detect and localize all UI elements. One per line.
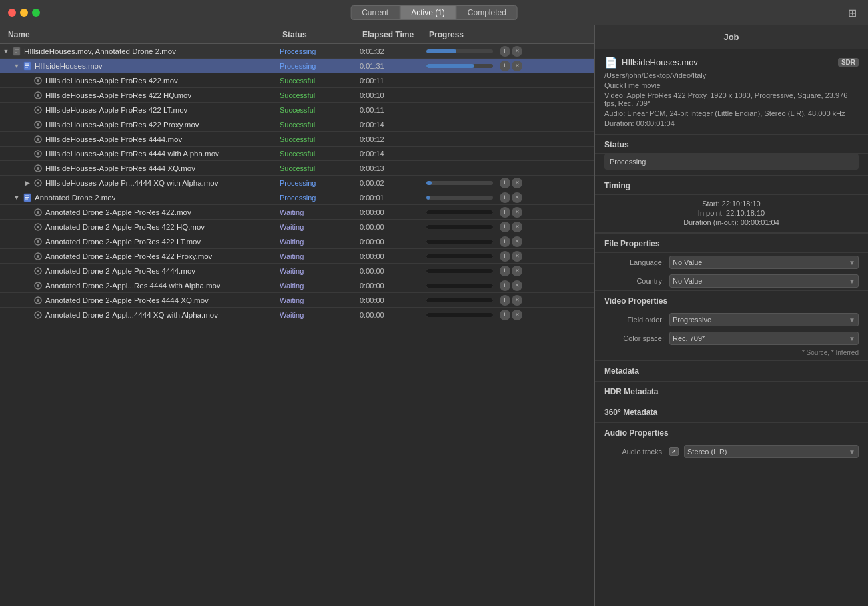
pause-button[interactable]: ⏸ <box>500 222 510 232</box>
color-space-select[interactable]: Rec. 709* ▼ <box>669 332 859 345</box>
row-status-cell: Successful <box>280 91 360 99</box>
pause-button[interactable]: ⏸ <box>500 310 510 320</box>
job-file-icon-name: 📄 HIllsideHouses.mov <box>604 56 698 69</box>
table-row[interactable]: HIllsideHouses-Apple ProRes 422 Proxy.mo… <box>0 117 594 132</box>
table-row[interactable]: Annotated Drone 2-Apple ProRes 422 Proxy… <box>0 249 594 264</box>
stop-button[interactable]: ✕ <box>512 61 522 71</box>
stop-button[interactable]: ✕ <box>512 251 522 262</box>
pause-button[interactable]: ⏸ <box>500 178 510 188</box>
expand-icon[interactable]: ▶ <box>24 180 31 186</box>
traffic-lights <box>8 9 40 17</box>
pause-button[interactable]: ⏸ <box>500 46 510 57</box>
row-actions: ⏸✕ <box>500 178 522 188</box>
table-row[interactable]: HIllsideHouses-Apple ProRes 422.movSucce… <box>0 73 594 88</box>
svg-point-17 <box>37 138 39 141</box>
table-row[interactable]: HIllsideHouses-Apple ProRes 4444 with Al… <box>0 147 594 161</box>
table-row[interactable]: Annotated Drone 2-Apple ProRes 4444.movW… <box>0 264 594 278</box>
pause-button[interactable]: ⏸ <box>500 266 510 276</box>
pause-button[interactable]: ⏸ <box>500 207 510 218</box>
table-row[interactable]: HIllsideHouses-Apple ProRes 422 HQ.movSu… <box>0 88 594 103</box>
job-file-info: 📄 HIllsideHouses.mov SDR /Users/john/Des… <box>595 49 868 135</box>
table-row[interactable]: Annotated Drone 2-Appl...4444 XQ with Al… <box>0 308 594 322</box>
table-row[interactable]: ▼HIllsideHouses.movProcessing0:01:31⏸✕ <box>0 59 594 73</box>
audio-tracks-checkbox[interactable] <box>669 447 679 456</box>
file-icon <box>33 237 43 246</box>
row-elapsed-cell: 0:00:01 <box>360 194 426 202</box>
job-list-panel: Name Status Elapsed Time Progress ▼HIlls… <box>0 25 595 606</box>
row-status-cell: Waiting <box>280 223 360 231</box>
file-icon <box>33 281 43 290</box>
pause-button[interactable]: ⏸ <box>500 236 510 247</box>
pause-button[interactable]: ⏸ <box>500 280 510 291</box>
stop-button[interactable]: ✕ <box>512 46 522 57</box>
pause-button[interactable]: ⏸ <box>500 295 510 306</box>
job-file-type: QuickTime movie <box>604 81 859 89</box>
row-elapsed-cell: 0:00:00 <box>360 311 426 319</box>
row-status-cell: Successful <box>280 77 360 85</box>
stop-button[interactable]: ✕ <box>512 295 522 306</box>
inferred-note: * Source, * Inferred <box>595 348 868 360</box>
stop-button[interactable]: ✕ <box>512 207 522 218</box>
tab-current[interactable]: Current <box>350 5 400 20</box>
close-button[interactable] <box>8 9 16 17</box>
stop-button[interactable]: ✕ <box>512 266 522 276</box>
table-row[interactable]: HIllsideHouses-Apple ProRes 422 LT.movSu… <box>0 103 594 117</box>
table-row[interactable]: ▶HIllsideHouses-Apple Pr...4444 XQ with … <box>0 176 594 190</box>
table-row[interactable]: ▼Annotated Drone 2.movProcessing0:00:01⏸… <box>0 190 594 205</box>
settings-icon[interactable]: ⊞ <box>844 5 860 21</box>
row-progress-cell: ⏸✕ <box>426 222 594 232</box>
tab-active[interactable]: Active (1) <box>400 5 456 20</box>
row-name-cell: ▼HIllsideHouses.mov <box>0 61 280 71</box>
expand-icon[interactable]: ▼ <box>13 194 20 201</box>
svg-rect-0 <box>13 47 20 55</box>
row-name-cell: Annotated Drone 2-Apple ProRes 422.mov <box>0 208 280 217</box>
stop-button[interactable]: ✕ <box>512 280 522 291</box>
pause-button[interactable]: ⏸ <box>500 251 510 262</box>
table-row[interactable]: Annotated Drone 2-Appl...Res 4444 with A… <box>0 278 594 293</box>
progress-bar-container <box>426 210 493 214</box>
row-elapsed-cell: 0:00:14 <box>360 121 426 129</box>
table-row[interactable]: HIllsideHouses-Apple ProRes 4444 XQ.movS… <box>0 161 594 176</box>
file-icon <box>33 105 43 115</box>
stop-button[interactable]: ✕ <box>512 222 522 232</box>
stop-button[interactable]: ✕ <box>512 310 522 320</box>
table-row[interactable]: Annotated Drone 2-Apple ProRes 422.movWa… <box>0 205 594 220</box>
row-name-cell: ▼Annotated Drone 2.mov <box>0 193 280 202</box>
row-status-cell: Successful <box>280 106 360 114</box>
stop-button[interactable]: ✕ <box>512 192 522 203</box>
status-section-header: Status <box>595 135 868 154</box>
country-select[interactable]: No Value ▼ <box>669 274 859 288</box>
progress-bar-container <box>426 240 493 244</box>
timing-start: Start: 22:10:18:10 <box>604 199 859 208</box>
hdr-metadata-row[interactable]: HDR Metadata <box>595 382 868 402</box>
file-icon <box>33 266 43 276</box>
minimize-button[interactable] <box>20 9 28 17</box>
table-row[interactable]: Annotated Drone 2-Apple ProRes 422 LT.mo… <box>0 234 594 249</box>
progress-bar-fill <box>426 284 493 288</box>
tab-completed[interactable]: Completed <box>456 5 518 20</box>
table-row[interactable]: ▼HIllsideHouses.mov, Annotated Drone 2.m… <box>0 44 594 59</box>
timing-duration: Duration (in-out): 00:00:01:04 <box>604 218 859 227</box>
three-sixty-metadata-row[interactable]: 360° Metadata <box>595 402 868 423</box>
maximize-button[interactable] <box>32 9 40 17</box>
language-select[interactable]: No Value ▼ <box>669 256 859 269</box>
row-elapsed-cell: 0:00:00 <box>360 223 426 231</box>
expand-icon[interactable]: ▼ <box>13 63 20 69</box>
metadata-row[interactable]: Metadata <box>595 361 868 382</box>
pause-button[interactable]: ⏸ <box>500 61 510 71</box>
pause-button[interactable]: ⏸ <box>500 192 510 203</box>
stop-button[interactable]: ✕ <box>512 236 522 247</box>
row-elapsed-cell: 0:00:12 <box>360 135 426 143</box>
table-row[interactable]: HIllsideHouses-Apple ProRes 4444.movSucc… <box>0 132 594 147</box>
row-name-text: HIllsideHouses-Apple ProRes 4444 with Al… <box>45 150 219 158</box>
stop-button[interactable]: ✕ <box>512 178 522 188</box>
row-status-cell: Successful <box>280 121 360 129</box>
table-row[interactable]: Annotated Drone 2-Apple ProRes 4444 XQ.m… <box>0 293 594 308</box>
audio-tracks-select[interactable]: Stereo (L R) ▼ <box>684 445 859 458</box>
progress-bar-container <box>426 181 493 185</box>
expand-icon[interactable]: ▼ <box>3 48 9 55</box>
table-row[interactable]: Annotated Drone 2-Apple ProRes 422 HQ.mo… <box>0 220 594 234</box>
row-status-cell: Waiting <box>280 208 360 216</box>
field-order-select[interactable]: Progressive ▼ <box>669 313 859 326</box>
row-actions: ⏸✕ <box>500 280 522 291</box>
